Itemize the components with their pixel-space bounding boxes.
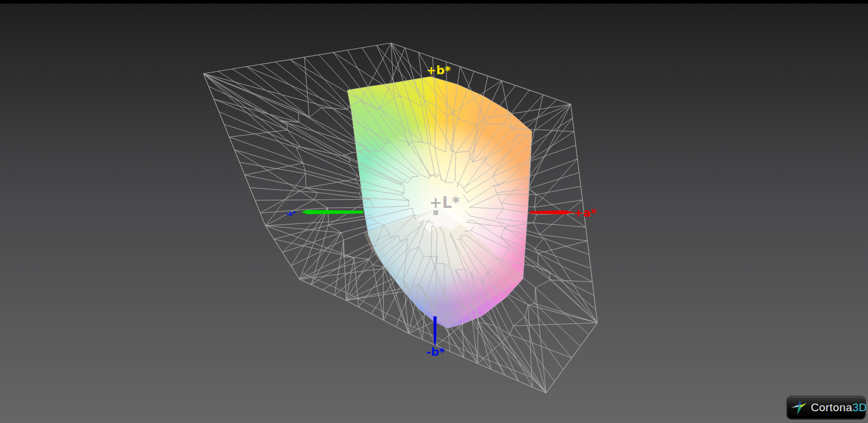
gamut-3d-viewport[interactable]: +b* -b* +a* -a* +L*: [0, 0, 868, 423]
axis-label-plus-b: +b*: [426, 63, 451, 77]
viewer-stage: +b* -b* +a* -a* +L* Cortona3D: [0, 0, 868, 423]
cortona3d-star-icon: [791, 399, 808, 417]
l-axis-marker: [433, 210, 438, 215]
cortona3d-logo[interactable]: Cortona3D: [787, 396, 866, 419]
axis-label-plus-a: +a*: [574, 206, 597, 219]
top-black-bar: [0, 0, 868, 4]
axis-label-minus-a: -a*: [285, 210, 296, 217]
minus-a-axis-line: [301, 210, 363, 214]
axis-label-plus-l: +L*: [429, 194, 460, 212]
logo-name: Cortona: [811, 401, 852, 414]
logo-suffix: 3D: [852, 401, 867, 414]
axis-label-minus-b: -b*: [426, 345, 445, 358]
